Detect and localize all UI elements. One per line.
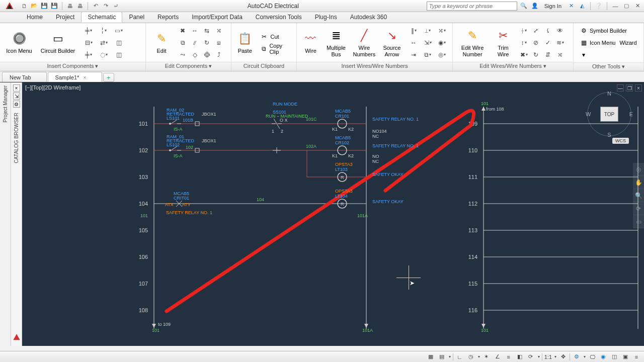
search-input[interactable] <box>427 2 517 11</box>
ribbon-tab-reports[interactable]: Reports <box>151 12 185 23</box>
marker-icon[interactable]: ◉▾ <box>435 37 448 48</box>
copy-clip-button[interactable]: ⧉Copy Clip <box>258 43 292 54</box>
user-icon[interactable]: 👤 <box>530 2 539 11</box>
monitor-icon[interactable]: 🖵 <box>588 352 597 361</box>
multiple-bus-button[interactable]: ≣Multiple Bus <box>325 28 348 57</box>
model-space-icon[interactable]: ▦ <box>426 352 435 361</box>
insert-saved-icon[interactable]: ◫ <box>112 49 126 60</box>
wire-button[interactable]: 〰Wire <box>301 31 320 54</box>
wire-type-icon[interactable]: ≋▾ <box>554 37 566 48</box>
attribute-icon[interactable]: ᪥ <box>201 49 212 60</box>
customize-icon[interactable]: ≡ <box>632 352 641 361</box>
exchange-icon[interactable]: ✕ <box>567 2 576 11</box>
flip-wn-icon[interactable]: ⇵ <box>542 49 553 60</box>
flip-icon[interactable]: ⤮▾ <box>435 25 448 36</box>
panel-title-edit-wires[interactable]: Edit Wires/Wire Numbers ▾ <box>453 62 573 71</box>
delete-wn-icon[interactable]: ✖▾ <box>518 49 529 60</box>
otrack-icon[interactable]: ∠ <box>493 352 502 361</box>
surf-icon[interactable]: ⤴ <box>213 49 224 60</box>
ribbon-tab-home[interactable]: Home <box>20 12 49 23</box>
scoot-icon[interactable]: ⇆ <box>201 25 212 36</box>
app-menu-icon[interactable] <box>2 1 17 11</box>
dashed-link-icon[interactable]: ╎▾ <box>97 25 111 36</box>
document-tab-sample[interactable]: Sample1*× <box>48 72 102 82</box>
scoot-wn-icon[interactable]: ⤭ <box>554 49 566 60</box>
help-icon[interactable]: ❔ <box>594 2 603 11</box>
edit-wire-number-button[interactable]: ✎Edit Wire Number <box>457 28 488 57</box>
annotation-icon[interactable]: ✥ <box>558 352 568 361</box>
internal-jumper-icon[interactable]: ⤳ <box>177 49 188 60</box>
panel-title-edit-components[interactable]: Edit Components ▾ <box>146 62 231 71</box>
ribbon-tab-plug-ins[interactable]: Plug-Ins <box>308 12 344 23</box>
pins-icon[interactable]: ╪▾ <box>82 25 96 36</box>
wire-numbers-button[interactable]: ╱Wire Numbers <box>352 28 377 57</box>
copy-wn-icon[interactable]: ⧉▾ <box>421 49 434 60</box>
minimize-icon[interactable]: — <box>611 2 620 11</box>
link-icon[interactable]: ⇄▾ <box>97 37 111 48</box>
close-tab-icon[interactable]: × <box>83 74 86 80</box>
leader-icon[interactable]: ⇲▾ <box>421 37 434 48</box>
circuit-icon[interactable]: ◫ <box>112 37 126 48</box>
other-icon-menu-button[interactable]: ▦Icon Menu <box>580 37 615 48</box>
document-tab-newtab[interactable]: New Tab <box>2 72 47 82</box>
cut-button[interactable]: ✂Cut <box>258 31 292 42</box>
dot-icon[interactable]: ◌▾ <box>97 49 111 60</box>
icon-menu-button[interactable]: 🔘Icon Menu <box>4 31 34 54</box>
plot-icon[interactable]: 🖶 <box>66 2 74 10</box>
grid-icon[interactable]: ▤ <box>437 352 446 361</box>
fix-icon[interactable]: ⟊▾ <box>518 25 529 36</box>
wizard-button[interactable]: Wizard <box>619 37 636 48</box>
panel-title-other-tools[interactable]: Other Tools ▾ <box>574 62 643 71</box>
cable-icon[interactable]: ⇥ <box>407 49 420 60</box>
palette-pin-icon[interactable]: ⇲ <box>13 93 20 100</box>
new-icon[interactable]: 🗋 <box>20 2 28 10</box>
transparency-icon[interactable]: ◧ <box>515 352 524 361</box>
plot-preview-icon[interactable]: 🖶 <box>76 2 84 10</box>
databases-button[interactable]: ▾ <box>578 49 590 60</box>
panel-title-insert-components[interactable]: Insert Components ▾ <box>0 62 145 71</box>
edit-component-button[interactable]: ✎Edit <box>150 31 173 54</box>
connector-icon[interactable]: ⊟▾ <box>82 37 96 48</box>
project-nav-icon[interactable]: ⤾ <box>112 2 120 10</box>
open-icon[interactable]: 📂 <box>30 2 38 10</box>
ribbon-tab-import-export-data[interactable]: Import/Export Data <box>185 12 249 23</box>
redo-icon[interactable]: ↷ <box>102 2 110 10</box>
delete-comp-icon[interactable]: ✖ <box>177 25 188 36</box>
xref-icon[interactable]: ⧆ <box>213 37 224 48</box>
show-icon[interactable]: 👁 <box>554 25 566 36</box>
ribbon-tab-schematic[interactable]: Schematic <box>81 12 122 23</box>
ribbon-tab-project[interactable]: Project <box>49 12 81 23</box>
move-wn-icon[interactable]: ↕▾ <box>518 37 529 48</box>
hardware-accel-icon[interactable]: ◉ <box>599 352 608 361</box>
isolate-icon[interactable]: ◫ <box>610 352 619 361</box>
toggle-no-nc-icon[interactable]: ◇ <box>189 49 200 60</box>
palette-close-icon[interactable]: × <box>13 84 20 92</box>
stretch-icon[interactable]: ⤢ <box>530 25 541 36</box>
new-document-button[interactable]: + <box>103 73 114 82</box>
palette-menu-icon[interactable]: ⚙ <box>13 101 20 108</box>
ortho-icon[interactable]: ∟ <box>455 352 464 361</box>
align-icon[interactable]: ⫽ <box>189 37 200 48</box>
polar-icon[interactable]: ◷ <box>466 352 475 361</box>
undo-icon[interactable]: ↶ <box>92 2 100 10</box>
selection-cycling-icon[interactable]: ⟳ <box>526 352 535 361</box>
terminal-dd-icon[interactable]: ╪▾ <box>82 49 96 60</box>
update-icon[interactable]: ↻ <box>530 49 541 60</box>
circuit-builder-button[interactable]: ▭Circuit Builder <box>38 31 77 54</box>
swap-wire-icon[interactable]: ↔ <box>407 37 420 48</box>
paste-button[interactable]: 📋Paste <box>235 31 254 54</box>
move-comp-icon[interactable]: ↔ <box>189 25 200 36</box>
trim-wire-button[interactable]: ✂Trim Wire <box>492 28 514 57</box>
swap-icon[interactable]: ⤭ <box>213 25 224 36</box>
retag-icon[interactable]: ↻ <box>201 37 212 48</box>
ribbon-tab-panel[interactable]: Panel <box>122 12 151 23</box>
copy-comp-icon[interactable]: ⧉ <box>177 37 188 48</box>
gap-icon[interactable]: ⟂▾ <box>421 25 434 36</box>
hide-icon[interactable]: ⊘ <box>530 37 541 48</box>
close-icon[interactable]: ✕ <box>633 2 642 11</box>
project-manager-palette[interactable]: Project Manager <box>0 82 11 346</box>
check-icon[interactable]: ✓ <box>542 37 553 48</box>
saveas-icon[interactable]: 💾 <box>50 2 58 10</box>
bend-icon[interactable]: ⤹ <box>542 25 553 36</box>
multi-marker-icon[interactable]: ◎▾ <box>435 49 448 60</box>
